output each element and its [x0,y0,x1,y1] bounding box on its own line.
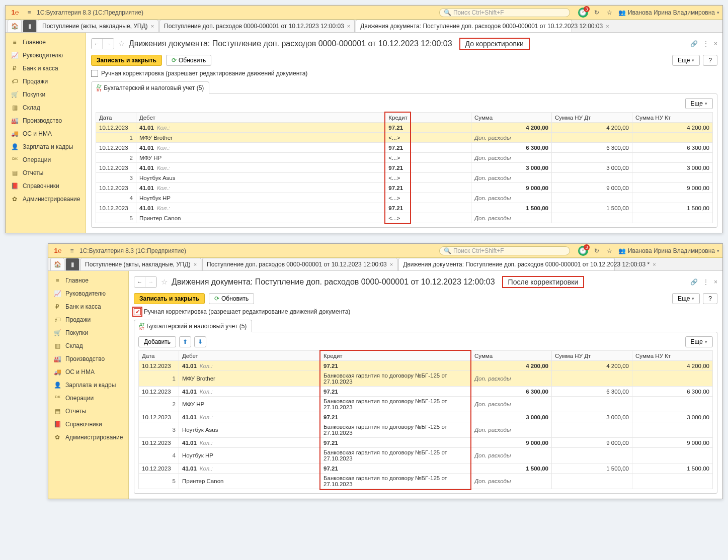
table-row[interactable]: 2МФУ HPБанковская гарантия по договору №… [139,397,713,412]
search-input[interactable]: 🔍 Поиск Ctrl+Shift+F [439,8,570,17]
entries-grid[interactable]: ДатаДебетКредитСуммаСумма НУ ДтСумма НУ … [96,112,713,223]
notifications-icon[interactable]: 🕐3 [578,8,588,18]
user-menu[interactable]: 👥 Иванова Ирина Владимировна ▾ [618,9,719,16]
favorite-icon[interactable]: ☆ [161,277,168,287]
sidebar-item[interactable]: 📈Руководителю [48,287,128,300]
sidebar-item[interactable]: 👤Зарплата и кадры [6,140,86,153]
table-row[interactable]: 10.12.202341.01Кол.:97.216 300,006 300,0… [96,143,713,153]
table-row[interactable]: 1МФУ Brother<...>Доп. расходы [96,133,713,143]
sidebar-item[interactable]: ₽Банк и касса [48,300,128,313]
history-icon[interactable]: ↻ [592,247,601,254]
sidebar-item[interactable]: ▤Отчеты [6,166,86,179]
sidebar-item[interactable]: 📕Справочники [6,179,86,193]
nav-fwd-button[interactable]: → [145,277,156,287]
sheet-tab[interactable]: ДтКт Бухгалтерский и налоговый учет (5) [91,81,209,94]
table-row[interactable]: 10.12.202341.01Кол.:97.214 200,004 200,0… [96,123,713,133]
kebab-icon[interactable]: ⋮ [703,40,709,47]
sidebar-item[interactable]: 🚚ОС и НМА [6,127,86,140]
sidebar-item[interactable]: ₽Банк и касса [6,62,86,75]
table-row[interactable]: 2МФУ HP<...>Доп. расходы [96,153,713,163]
close-icon[interactable]: × [390,261,393,267]
menu-icon[interactable]: ≡ [25,9,34,16]
table-row[interactable]: 10.12.202341.01Кол.:97.219 000,009 000,0… [96,183,713,193]
save-close-button[interactable]: Записать и закрыть [134,293,205,304]
star-icon[interactable]: ☆ [605,9,614,16]
table-row[interactable]: 3Ноутбук Asus<...>Доп. расходы [96,173,713,183]
sidebar-item[interactable]: ≡Главное [48,274,128,287]
sheet-tab[interactable]: ДтКт Бухгалтерский и налоговый учет (5) [134,320,252,332]
save-close-button[interactable]: Записать и закрыть [91,55,162,66]
sidebar-item[interactable]: 📈Руководителю [6,49,86,62]
table-row[interactable]: 5Принтер CanonБанковская гарантия по дог… [139,474,713,489]
table-row[interactable]: 4Ноутбук HPБанковская гарантия по догово… [139,448,713,463]
table-row[interactable]: 10.12.202341.01Кол.:97.219 000,009 000,0… [139,438,713,448]
help-button[interactable]: ? [703,55,717,66]
sidebar-item[interactable]: ᴰᴷОперации [6,153,86,166]
nav-back-button[interactable]: ← [134,277,145,287]
close-icon[interactable]: × [151,23,154,29]
doc-tab-1[interactable]: Поступление (акты, накладные, УПД) × [80,258,201,270]
table-row[interactable]: 10.12.202341.01Кол.:97.213 000,003 000,0… [139,412,713,422]
search-input[interactable]: 🔍 Поиск Ctrl+Shift+F [439,246,570,255]
sidebar-item[interactable]: ᴰᴷОперации [48,392,128,405]
manual-correction-checkbox[interactable] [134,308,141,315]
more-button[interactable]: Еще ▾ [672,55,700,66]
dark-tab-icon[interactable]: ▮ [23,20,37,32]
close-icon[interactable]: × [653,261,656,267]
refresh-button[interactable]: ⟳Обновить [209,293,254,304]
doc-tab-3[interactable]: Движения документа: Поступление доп. рас… [398,258,615,270]
manual-correction-checkbox[interactable] [91,70,98,77]
close-icon[interactable]: × [347,23,350,29]
link-icon[interactable]: 🔗 [690,40,698,47]
sidebar-item[interactable]: 👤Зарплата и кадры [48,379,128,392]
sidebar-item[interactable]: 🏭Производство [6,114,86,127]
add-button[interactable]: Добавить [138,336,176,347]
table-row[interactable]: 10.12.202341.01Кол.:97.211 500,001 500,0… [96,203,713,213]
notifications-icon[interactable]: 🕐3 [578,246,588,256]
grid-more-button[interactable]: Еще ▾ [685,336,713,347]
sidebar-item[interactable]: ≡Главное [6,36,86,49]
table-row[interactable]: 4Ноутбук HP<...>Доп. расходы [96,193,713,203]
menu-icon[interactable]: ≡ [67,247,76,254]
close-icon[interactable]: × [714,278,717,286]
close-icon[interactable]: × [194,261,197,267]
table-row[interactable]: 10.12.202341.01Кол.:97.211 500,001 500,0… [139,463,713,474]
help-button[interactable]: ? [703,293,717,304]
table-row[interactable]: 3Ноутбук AsusБанковская гарантия по дого… [139,422,713,438]
sidebar-item[interactable]: ✿Администрирование [6,193,86,206]
sidebar-item[interactable]: 📕Справочники [48,418,128,431]
table-row[interactable]: 10.12.202341.01Кол.:97.214 200,004 200,0… [139,361,713,371]
sidebar-item[interactable]: ▤Отчеты [48,405,128,418]
table-row[interactable]: 1МФУ BrotherБанковская гарантия по догов… [139,371,713,387]
sidebar-item[interactable]: 🏷Продажи [48,313,128,326]
sidebar-item[interactable]: 🛒Покупки [6,88,86,101]
sidebar-item[interactable]: 🛒Покупки [48,326,128,339]
sidebar-item[interactable]: 🏭Производство [48,352,128,365]
history-icon[interactable]: ↻ [592,9,601,16]
doc-tab-3[interactable]: Движения документа: Поступление доп. рас… [356,20,572,32]
move-down-button[interactable]: ⬇ [194,336,206,347]
move-up-button[interactable]: ⬆ [179,336,191,347]
table-row[interactable]: 10.12.202341.01Кол.:97.216 300,006 300,0… [139,387,713,397]
favorite-icon[interactable]: ☆ [118,39,125,48]
star-icon[interactable]: ☆ [605,247,614,254]
more-button[interactable]: Еще ▾ [672,293,700,304]
dark-tab-icon[interactable]: ▮ [65,258,79,270]
close-icon[interactable]: × [714,40,717,47]
sidebar-item[interactable]: ✿Администрирование [48,431,128,444]
sidebar-item[interactable]: ▥Склад [6,101,86,114]
doc-tab-1[interactable]: Поступление (акты, накладные, УПД) × [38,20,158,32]
link-icon[interactable]: 🔗 [690,278,698,286]
doc-tab-2[interactable]: Поступление доп. расходов 0000-000001 от… [202,258,397,270]
home-tab-icon[interactable]: 🏠 [50,258,64,270]
entries-grid[interactable]: ДатаДебетКредитСуммаСумма НУ ДтСумма НУ … [138,350,713,489]
home-tab-icon[interactable]: 🏠 [8,20,22,32]
table-row[interactable]: 5Принтер Canon<...>Доп. расходы [96,213,713,223]
refresh-button[interactable]: ⟳Обновить [166,55,211,66]
grid-more-button[interactable]: Еще ▾ [685,98,713,109]
kebab-icon[interactable]: ⋮ [703,278,709,286]
sidebar-item[interactable]: 🚚ОС и НМА [48,365,128,379]
table-row[interactable]: 10.12.202341.01Кол.:97.213 000,003 000,0… [96,163,713,173]
close-icon[interactable]: × [606,23,609,29]
sidebar-item[interactable]: ▥Склад [48,339,128,352]
